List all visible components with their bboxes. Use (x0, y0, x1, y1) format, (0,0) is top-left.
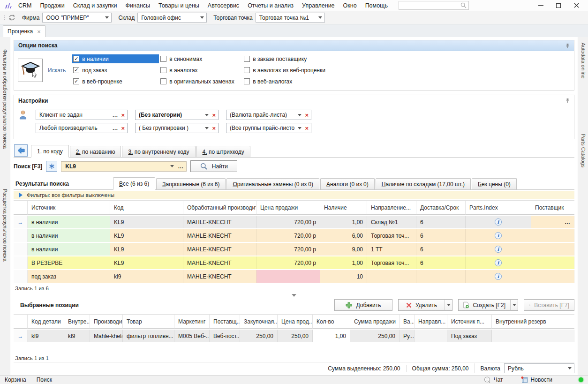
checkbox-on-order[interactable]: под заказ (72, 66, 159, 75)
col-qty[interactable]: Наличие (320, 200, 367, 215)
selected-row[interactable]: kl9 kl9 Mahle-khetch фильтр топливн... M… (14, 330, 574, 342)
clear-icon[interactable] (305, 112, 309, 118)
ellipsis-button[interactable] (178, 163, 183, 170)
menu-management[interactable]: Управление (298, 1, 339, 10)
col-manufacturer[interactable]: Производи... (90, 314, 123, 329)
find-button[interactable]: Найти (190, 160, 237, 172)
tab-requested[interactable]: Запрошенные (6 из 6) (156, 178, 226, 189)
col-marketing[interactable]: Маркетинг (174, 314, 210, 329)
expand-filters-icon[interactable] (19, 193, 23, 197)
add-button[interactable]: Добавить (334, 299, 392, 311)
global-search-input[interactable] (402, 2, 460, 9)
dock-coloring-results[interactable]: Расцветка результатов поиска (2, 189, 8, 262)
firm-select[interactable]: ООО "ПРИМЕР" (42, 13, 112, 23)
clear-icon[interactable] (212, 112, 216, 118)
create-dropdown[interactable] (510, 299, 518, 311)
menu-window[interactable]: Окно (339, 1, 361, 10)
info-icon[interactable] (495, 246, 502, 253)
warehouse-select[interactable]: Головной офис (137, 13, 207, 23)
splitter[interactable] (14, 292, 574, 298)
insert-button[interactable]: Вставить [F7] (524, 299, 574, 311)
col-manufacturer[interactable]: Обработанный производит... (183, 200, 256, 215)
chevron-down-icon[interactable] (298, 114, 302, 116)
currency-filter-select[interactable]: (Валюта прайс-листа) (226, 110, 311, 120)
col-direction[interactable]: Направление... (367, 200, 416, 215)
maximize-button[interactable] (550, 0, 567, 11)
web-search-hat-button[interactable] (18, 59, 43, 82)
dock-parts-catalogs[interactable]: Parts Catalogs (580, 134, 586, 167)
create-button[interactable]: Создать [F2] (458, 299, 511, 311)
checkbox-synonyms[interactable]: в синонимах (159, 54, 242, 63)
tab-all[interactable]: Все (6 из 6) (113, 177, 155, 190)
col-source[interactable]: Источник п... (447, 314, 492, 329)
delete-dropdown[interactable] (445, 299, 452, 311)
col-supplier[interactable]: Поставщик (531, 200, 574, 215)
tab-procenka[interactable]: Проценка (3, 25, 45, 37)
menu-reports[interactable]: Отчеты и анализ (243, 1, 298, 10)
menu-warehouse[interactable]: Склад и закупки (69, 1, 121, 10)
chevron-down-icon[interactable] (298, 127, 302, 129)
col-sale-price[interactable]: Цена прод... (278, 314, 313, 329)
menu-autoservice[interactable]: Автосервис (204, 1, 243, 10)
chevron-down-icon[interactable] (205, 114, 209, 116)
category-filter-select[interactable]: (Без категории) (135, 110, 219, 120)
result-row[interactable]: В РЕЗЕРВЕ KL9 MAHLE-KNECHT 720,00 р 1,00… (14, 256, 574, 269)
col-direction[interactable]: Направл... (415, 314, 447, 329)
tab-no-price[interactable]: Без цены (0) (472, 178, 517, 189)
grouping-filter-select[interactable]: ( Без группировки ) (135, 123, 219, 133)
client-filter-field[interactable]: Клиент не задан (36, 110, 128, 120)
checkbox-original-replacements[interactable]: в оригинальных заменах (159, 77, 242, 86)
info-icon[interactable] (495, 259, 502, 266)
close-button[interactable] (567, 0, 585, 11)
pin-icon[interactable] (565, 98, 570, 103)
tab-by-name[interactable]: 2. по названию (70, 146, 121, 157)
tab-by-barcode[interactable]: 4. по штрихкоду (196, 146, 250, 157)
currency-select[interactable]: Рубль (504, 363, 574, 373)
tab-analogs[interactable]: Аналоги (0 из 0) (320, 178, 375, 189)
col-part-code[interactable]: Код детали (28, 314, 64, 329)
info-icon[interactable] (495, 218, 502, 226)
delete-button[interactable]: Удалить (398, 299, 445, 311)
ellipsis-button[interactable] (112, 112, 118, 118)
col-qty[interactable]: Кол-во (313, 314, 350, 329)
result-row[interactable]: в наличии KL9 MAHLE-KNECHT 720,00 р 1,00… (14, 216, 574, 228)
chevron-down-icon[interactable] (170, 165, 174, 167)
col-sale-price[interactable]: Цена продажи (256, 200, 320, 215)
search-link[interactable]: Поиск (37, 376, 52, 383)
col-purchase-price[interactable]: Закупочная... (240, 314, 278, 329)
more-button[interactable] (565, 219, 570, 226)
search-query-combo[interactable]: KL9 (61, 161, 187, 172)
manufacturer-filter-field[interactable]: Любой производитель (36, 123, 128, 133)
dock-filters-results[interactable]: Фильтры и обработки результатов поиска (2, 49, 8, 149)
news-button[interactable]: Новости (521, 376, 552, 383)
outlet-select[interactable]: Торговая точка №1 (256, 13, 325, 23)
menu-finance[interactable]: Финансы (121, 1, 154, 10)
clear-icon[interactable] (212, 125, 216, 131)
clear-icon[interactable] (305, 125, 309, 131)
menu-help[interactable]: Помощь (361, 1, 392, 10)
info-icon[interactable] (495, 232, 502, 239)
col-delivery[interactable]: Доставка/Срок (416, 200, 466, 215)
refresh-icon[interactable] (8, 14, 15, 21)
tab-by-internal-code[interactable]: 3. по внутреннему коду (122, 146, 195, 157)
tab-by-code[interactable]: 1. по коду (31, 145, 69, 158)
minimize-button[interactable] (532, 0, 550, 11)
checkbox-web-analogs[interactable]: в веб-аналогах (242, 77, 348, 86)
menu-goods[interactable]: Товары и цены (154, 1, 204, 10)
checkbox-web-procenka[interactable]: в веб-проценке (72, 77, 159, 86)
result-row[interactable]: в наличии KL9 MAHLE-KNECHT 720,00 р 6,00… (14, 229, 574, 242)
pricelist-groups-filter-select[interactable]: (Все группы прайс-листов) (226, 123, 311, 133)
col-sale-sum[interactable]: Сумма продажи (350, 314, 400, 329)
checkbox-supplier-order[interactable]: в заказе поставщику (242, 54, 348, 63)
pin-icon[interactable] (565, 43, 570, 48)
checkbox-in-stock[interactable]: в наличии (72, 54, 159, 63)
menu-sales[interactable]: Продажи (36, 1, 68, 10)
global-search-box[interactable] (399, 1, 469, 10)
filter-bar[interactable]: Фильтры: все фильтры выключены (14, 191, 574, 199)
checkbox-web-analogs-procenka[interactable]: в аналогах из веб-проценки (242, 66, 348, 75)
result-row[interactable]: под заказ kl9 MAHLE-KNECHT 10 (14, 270, 574, 283)
col-supplier[interactable]: Поставщ... (210, 314, 240, 329)
dock-autodata-online[interactable]: Autodata online (580, 43, 586, 78)
back-button[interactable] (14, 144, 28, 157)
menu-crm[interactable]: CRM (14, 1, 36, 10)
